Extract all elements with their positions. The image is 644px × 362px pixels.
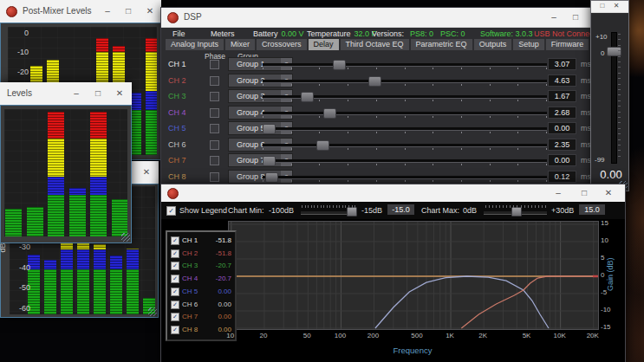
phase-checkbox[interactable] bbox=[210, 92, 219, 101]
close-icon[interactable]: ✕ bbox=[610, 2, 622, 10]
y-axis-tick-label: 5 bbox=[601, 254, 618, 262]
slider-handle[interactable] bbox=[265, 172, 278, 183]
delay-slider[interactable] bbox=[263, 105, 547, 120]
phase-checkbox[interactable] bbox=[210, 140, 219, 150]
show-legend-checkbox[interactable]: ✓ bbox=[166, 206, 176, 216]
legend-checkbox[interactable]: ✓ bbox=[171, 313, 179, 321]
levels-titlebar[interactable]: Levels – □ ✕ bbox=[0, 82, 132, 106]
fader-titlebar[interactable]: □ ✕ bbox=[591, 1, 628, 13]
delay-value[interactable]: 1.67 bbox=[548, 90, 576, 102]
chart-max-value[interactable]: 15.0 bbox=[579, 204, 605, 215]
delay-value[interactable]: 3.07 bbox=[548, 58, 576, 70]
phase-checkbox[interactable] bbox=[210, 60, 219, 69]
maximize-icon[interactable]: □ bbox=[576, 188, 593, 197]
legend-checkbox[interactable]: ✓ bbox=[171, 262, 179, 270]
legend-label: CH 6 bbox=[182, 301, 198, 308]
phase-checkbox[interactable] bbox=[210, 156, 219, 165]
legend-checkbox[interactable]: ✓ bbox=[171, 249, 179, 258]
phase-checkbox[interactable] bbox=[210, 124, 219, 133]
delay-slider[interactable] bbox=[263, 73, 547, 88]
slider-tick bbox=[517, 164, 518, 165]
db-axis-label: dB bbox=[0, 242, 7, 252]
meter-segment bbox=[127, 249, 139, 269]
meter-segment bbox=[90, 112, 107, 139]
slider-handle[interactable] bbox=[368, 76, 381, 87]
meter-segment bbox=[48, 112, 64, 139]
channel-row: CH 3Group 3▾1.67ms bbox=[161, 88, 610, 104]
delay-channel-rows: CH 1Group 1▾3.07msCH 2Group 2▾4.63msCH 3… bbox=[161, 8, 610, 204]
response-curve-highpass bbox=[461, 276, 598, 328]
phase-checkbox[interactable] bbox=[210, 172, 219, 182]
legend-checkbox[interactable]: ✓ bbox=[171, 326, 179, 334]
slider-tick bbox=[319, 116, 320, 118]
maximize-icon[interactable]: □ bbox=[120, 6, 137, 16]
chart-min-slider-handle[interactable] bbox=[347, 207, 357, 217]
chart-max-slider-tick bbox=[499, 205, 500, 208]
slider-handle[interactable] bbox=[263, 124, 276, 134]
close-icon[interactable]: ✕ bbox=[600, 188, 617, 197]
slider-tick bbox=[405, 148, 406, 150]
legend-label: CH 2 bbox=[182, 249, 198, 257]
phase-checkbox[interactable] bbox=[210, 76, 219, 86]
meter-bar bbox=[143, 186, 155, 314]
post-mixer-titlebar[interactable]: Post-Mixer Levels – □ ✕ bbox=[0, 0, 161, 23]
slider-handle[interactable] bbox=[323, 108, 336, 119]
close-icon[interactable]: ✕ bbox=[138, 167, 155, 177]
chart-max-slider-tick bbox=[489, 205, 490, 208]
delay-slider[interactable] bbox=[263, 169, 547, 184]
slider-tick bbox=[490, 100, 491, 101]
window-title: Post-Mixer Levels bbox=[23, 6, 91, 16]
slider-handle[interactable] bbox=[316, 140, 329, 151]
slider-track bbox=[263, 159, 547, 163]
legend-checkbox[interactable]: ✓ bbox=[171, 275, 179, 283]
channel-label: CH 3 bbox=[168, 92, 186, 100]
legend-checkbox[interactable]: ✓ bbox=[171, 288, 179, 296]
delay-value[interactable]: 2.68 bbox=[548, 107, 576, 119]
delay-value[interactable]: 0.00 bbox=[548, 154, 576, 166]
slider-tick bbox=[319, 84, 320, 86]
phase-checkbox[interactable] bbox=[210, 108, 219, 118]
chart-max-slider-tick bbox=[545, 205, 546, 208]
delay-value[interactable]: 0.00 bbox=[548, 122, 576, 134]
meter-bar bbox=[112, 109, 128, 236]
delay-slider[interactable] bbox=[263, 88, 547, 104]
resize-grip[interactable] bbox=[121, 233, 130, 242]
slider-handle[interactable] bbox=[301, 92, 314, 102]
meter-bar bbox=[27, 109, 43, 236]
slider-tick bbox=[517, 132, 518, 133]
minimize-icon[interactable]: – bbox=[68, 88, 85, 98]
delay-slider[interactable] bbox=[263, 137, 547, 152]
slider-tick bbox=[348, 148, 348, 150]
delay-slider[interactable] bbox=[263, 56, 547, 72]
chart-min-slider-tick bbox=[323, 205, 324, 208]
chart-window: – □ ✕ ✓ Show Legend Chart Min: -100dB -1… bbox=[160, 184, 626, 362]
delay-value[interactable]: 0.12 bbox=[548, 171, 576, 183]
fader-tick bbox=[618, 94, 621, 95]
delay-slider[interactable] bbox=[263, 120, 547, 136]
slider-handle[interactable] bbox=[263, 156, 276, 166]
delay-value[interactable]: 4.63 bbox=[548, 74, 576, 87]
delay-value[interactable]: 2.35 bbox=[548, 139, 576, 151]
delay-slider[interactable] bbox=[263, 152, 547, 168]
chart-min-slider-tick bbox=[336, 205, 337, 208]
chart-max-slider-handle[interactable] bbox=[511, 207, 522, 217]
legend-checkbox[interactable]: ✓ bbox=[171, 236, 179, 245]
minimize-icon[interactable]: – bbox=[550, 188, 567, 197]
close-icon[interactable]: ✕ bbox=[111, 88, 128, 98]
response-curve-bandpass bbox=[375, 276, 549, 328]
chart-titlebar[interactable]: – □ ✕ bbox=[161, 184, 625, 203]
fader-handle[interactable] bbox=[607, 47, 621, 56]
close-icon[interactable]: ✕ bbox=[141, 6, 159, 16]
frequency-response-plot bbox=[228, 221, 599, 330]
maximize-icon[interactable]: □ bbox=[596, 2, 608, 10]
channel-label: CH 8 bbox=[168, 172, 186, 181]
maximize-icon[interactable]: □ bbox=[89, 88, 107, 98]
slider-tick bbox=[376, 132, 377, 133]
legend-checkbox[interactable]: ✓ bbox=[171, 301, 179, 309]
minimize-icon[interactable]: – bbox=[99, 6, 116, 16]
chart-max-range-min: 0dB bbox=[463, 206, 477, 215]
slider-handle[interactable] bbox=[333, 60, 346, 70]
meter-axis-label: -50 bbox=[10, 283, 30, 292]
chart-min-value[interactable]: -15.0 bbox=[387, 204, 414, 215]
resize-grip[interactable] bbox=[148, 307, 157, 316]
